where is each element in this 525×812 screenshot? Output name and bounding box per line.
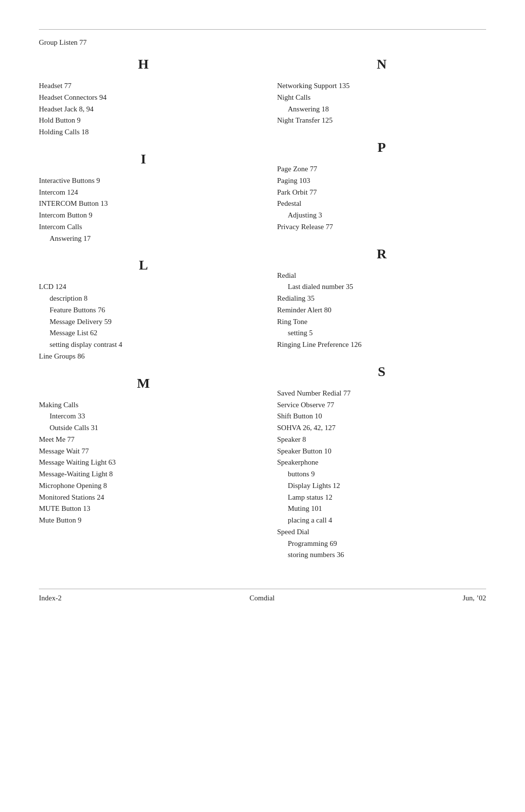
- entry-privacy-release: Privacy Release 77: [277, 222, 486, 233]
- entry-microphone-opening: Microphone Opening 8: [39, 481, 248, 491]
- entry-speakerphone-lamp-status: Lamp status 12: [277, 492, 486, 503]
- entry-holding-calls: Holding Calls 18: [39, 127, 248, 138]
- entry-ring-tone: Ring Tone: [277, 317, 486, 327]
- section-S: S Saved Number Redial 77 Service Observe…: [277, 364, 486, 560]
- entry-ringing-line-preference: Ringing Line Preference 126: [277, 340, 486, 350]
- entry-line-groups: Line Groups 86: [39, 351, 248, 362]
- footer-left: Index-2: [39, 594, 62, 602]
- entry-setting-display-contrast: setting display contrast 4: [39, 340, 248, 350]
- entry-lcd-description: description 8: [39, 293, 248, 304]
- entry-intercom-button: Intercom Button 9: [39, 210, 248, 221]
- entry-paging: Paging 103: [277, 176, 486, 186]
- entry-interactive-buttons: Interactive Buttons 9: [39, 176, 248, 186]
- entry-monitored-stations: Monitored Stations 24: [39, 492, 248, 503]
- entry-mute-button: Mute Button 9: [39, 515, 248, 526]
- entry-ring-tone-setting: setting 5: [277, 328, 486, 339]
- letter-M: M: [39, 376, 248, 391]
- entry-reminder-alert: Reminder Alert 80: [277, 305, 486, 316]
- section-N: N Networking Support 135 Night Calls Ans…: [277, 56, 486, 126]
- entry-redial: Redial: [277, 271, 486, 281]
- entry-intercom-calls: Intercom Calls: [39, 222, 248, 233]
- section-H: H Headset 77 Headset Connectors 94 Heads…: [39, 56, 248, 138]
- entry-park-orbit: Park Orbit 77: [277, 187, 486, 198]
- entry-networking-support: Networking Support 135: [277, 81, 486, 91]
- entry-message-waiting-light: Message Waiting Light 63: [39, 457, 248, 468]
- letter-P: P: [277, 140, 486, 155]
- bottom-rule: [39, 589, 486, 589]
- section-M: M Making Calls Intercom 33 Outside Calls…: [39, 376, 248, 526]
- entry-speed-dial: Speed Dial: [277, 527, 486, 538]
- entry-feature-buttons: Feature Buttons 76: [39, 305, 248, 316]
- left-column: H Headset 77 Headset Connectors 94 Heads…: [39, 52, 262, 574]
- entry-night-calls-answering: Answering 18: [277, 104, 486, 115]
- entry-headset: Headset 77: [39, 81, 248, 91]
- letter-N: N: [277, 56, 486, 72]
- entry-page-zone: Page Zone 77: [277, 164, 486, 175]
- entry-night-transfer: Night Transfer 125: [277, 115, 486, 126]
- entry-intercom-answering: Answering 17: [39, 234, 248, 244]
- letter-R: R: [277, 246, 486, 262]
- entry-speakerphone-display-lights: Display Lights 12: [277, 481, 486, 491]
- entry-message-list: Message List 62: [39, 328, 248, 339]
- footer: Index-2 Comdial Jun, ’02: [39, 594, 486, 602]
- entry-speed-dial-programming: Programming 69: [277, 539, 486, 549]
- entry-service-observe: Service Observe 77: [277, 400, 486, 411]
- entry-headset-connectors: Headset Connectors 94: [39, 92, 248, 103]
- entry-saved-number-redial: Saved Number Redial 77: [277, 388, 486, 399]
- entry-pedestal-adjusting: Adjusting 3: [277, 210, 486, 221]
- entry-message-wait: Message Wait 77: [39, 446, 248, 457]
- main-content: H Headset 77 Headset Connectors 94 Heads…: [39, 52, 486, 574]
- letter-H: H: [39, 56, 248, 72]
- entry-last-dialed: Last dialed number 35: [277, 282, 486, 292]
- entry-night-calls: Night Calls: [277, 92, 486, 103]
- section-L: L LCD 124 description 8 Feature Buttons …: [39, 257, 248, 361]
- entry-intercom-button-caps: INTERCOM Button 13: [39, 198, 248, 209]
- section-I: I Interactive Buttons 9 Intercom 124 INT…: [39, 151, 248, 244]
- entry-making-calls-intercom: Intercom 33: [39, 411, 248, 422]
- entry-speakerphone: Speakerphone: [277, 457, 486, 468]
- footer-right: Jun, ’02: [463, 594, 486, 602]
- entry-hold-button: Hold Button 9: [39, 115, 248, 126]
- section-P: P Page Zone 77 Paging 103 Park Orbit 77 …: [277, 140, 486, 233]
- entry-speakerphone-muting: Muting 101: [277, 504, 486, 514]
- entry-headset-jack: Headset Jack 8, 94: [39, 104, 248, 115]
- entry-message-delivery: Message Delivery 59: [39, 317, 248, 327]
- entry-message-waiting-light-2: Message-Waiting Light 8: [39, 469, 248, 480]
- group-listen-entry: Group Listen 77: [39, 38, 486, 47]
- letter-I: I: [39, 151, 248, 167]
- letter-S: S: [277, 364, 486, 379]
- entry-speakerphone-buttons: buttons 9: [277, 469, 486, 480]
- entry-speakerphone-placing-call: placing a call 4: [277, 515, 486, 526]
- entry-meet-me: Meet Me 77: [39, 434, 248, 445]
- entry-shift-button: Shift Button 10: [277, 411, 486, 422]
- page: Group Listen 77 H Headset 77 Headset Con…: [0, 0, 525, 812]
- entry-intercom: Intercom 124: [39, 187, 248, 198]
- entry-lcd: LCD 124: [39, 282, 248, 292]
- top-rule: [39, 29, 486, 30]
- entry-speaker-button: Speaker Button 10: [277, 446, 486, 457]
- entry-mute-button-caps: MUTE Button 13: [39, 504, 248, 514]
- right-column: N Networking Support 135 Night Calls Ans…: [262, 52, 486, 574]
- entry-making-calls: Making Calls: [39, 400, 248, 411]
- entry-pedestal: Pedestal: [277, 198, 486, 209]
- section-R: R Redial Last dialed number 35 Redialing…: [277, 246, 486, 350]
- footer-center: Comdial: [249, 594, 275, 602]
- entry-speaker: Speaker 8: [277, 434, 486, 445]
- letter-L: L: [39, 257, 248, 273]
- entry-outside-calls: Outside Calls 31: [39, 423, 248, 433]
- entry-speed-dial-storing: storing numbers 36: [277, 550, 486, 560]
- entry-redialing: Redialing 35: [277, 293, 486, 304]
- entry-sohva: SOHVA 26, 42, 127: [277, 423, 486, 433]
